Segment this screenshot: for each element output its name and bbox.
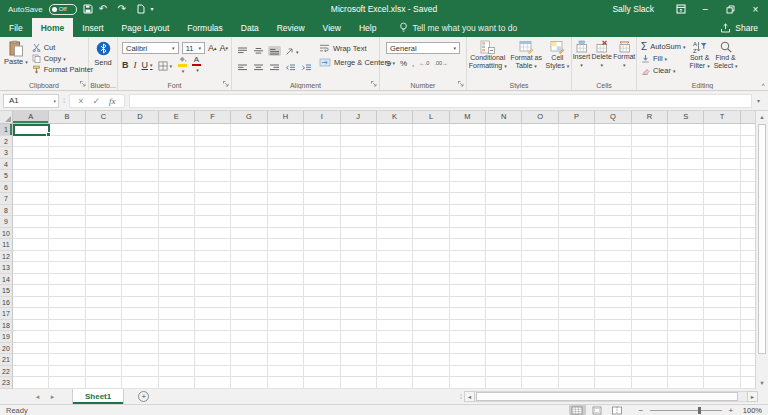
cell-C9[interactable]	[86, 216, 122, 228]
cell-A8[interactable]	[13, 205, 49, 217]
cell-N1[interactable]	[486, 124, 522, 136]
cell-P8[interactable]	[559, 205, 595, 217]
cell-O22[interactable]	[522, 366, 558, 378]
cell-T5[interactable]	[704, 170, 740, 182]
cell-A18[interactable]	[13, 320, 49, 332]
cell-S3[interactable]	[668, 147, 704, 159]
cell-K13[interactable]	[377, 262, 413, 274]
cell-H17[interactable]	[268, 308, 304, 320]
cell-Q22[interactable]	[595, 366, 631, 378]
cell-U22[interactable]	[741, 366, 755, 378]
cell-A10[interactable]	[13, 228, 49, 240]
cell-J17[interactable]	[341, 308, 377, 320]
cell-U19[interactable]	[741, 331, 755, 343]
cell-O14[interactable]	[522, 274, 558, 286]
add-sheet-button[interactable]: +	[138, 391, 149, 402]
cell-P18[interactable]	[559, 320, 595, 332]
cell-U12[interactable]	[741, 251, 755, 263]
cell-K17[interactable]	[377, 308, 413, 320]
cell-N5[interactable]	[486, 170, 522, 182]
cell-S13[interactable]	[668, 262, 704, 274]
cell-D18[interactable]	[122, 320, 158, 332]
cell-M21[interactable]	[450, 354, 486, 366]
cell-R23[interactable]	[632, 377, 668, 389]
cell-J21[interactable]	[341, 354, 377, 366]
cell-H8[interactable]	[268, 205, 304, 217]
cell-J15[interactable]	[341, 285, 377, 297]
cell-P4[interactable]	[559, 159, 595, 171]
cell-B18[interactable]	[49, 320, 85, 332]
cell-A22[interactable]	[13, 366, 49, 378]
cell-C10[interactable]	[86, 228, 122, 240]
cell-K20[interactable]	[377, 343, 413, 355]
column-header-L[interactable]: L	[413, 111, 449, 124]
cell-S18[interactable]	[668, 320, 704, 332]
cell-R13[interactable]	[632, 262, 668, 274]
cell-S12[interactable]	[668, 251, 704, 263]
align-middle-button[interactable]	[252, 46, 265, 56]
row-header-21[interactable]: 21	[0, 354, 13, 366]
tab-help[interactable]: Help	[350, 18, 385, 37]
cell-M19[interactable]	[450, 331, 486, 343]
cell-M12[interactable]	[450, 251, 486, 263]
tab-home[interactable]: Home	[32, 18, 74, 37]
cell-G22[interactable]	[231, 366, 267, 378]
cell-D20[interactable]	[122, 343, 158, 355]
cell-D15[interactable]	[122, 285, 158, 297]
cell-G18[interactable]	[231, 320, 267, 332]
collapse-ribbon-button[interactable]: ˄	[761, 82, 765, 88]
cell-F13[interactable]	[195, 262, 231, 274]
cell-N16[interactable]	[486, 297, 522, 309]
cell-U2[interactable]	[741, 136, 755, 148]
cell-A2[interactable]	[13, 136, 49, 148]
cell-I3[interactable]	[304, 147, 340, 159]
align-top-button[interactable]	[236, 46, 249, 56]
cell-N23[interactable]	[486, 377, 522, 389]
cell-Q6[interactable]	[595, 182, 631, 194]
cell-T10[interactable]	[704, 228, 740, 240]
cell-H15[interactable]	[268, 285, 304, 297]
cell-H11[interactable]	[268, 239, 304, 251]
row-header-13[interactable]: 13	[0, 262, 13, 274]
cell-M13[interactable]	[450, 262, 486, 274]
cell-Q12[interactable]	[595, 251, 631, 263]
insert-function-button[interactable]: fx	[109, 96, 116, 106]
cell-L2[interactable]	[413, 136, 449, 148]
cell-S11[interactable]	[668, 239, 704, 251]
vertical-scroll-thumb[interactable]	[758, 124, 766, 354]
cell-G6[interactable]	[231, 182, 267, 194]
cell-P22[interactable]	[559, 366, 595, 378]
fill-color-button[interactable]	[177, 55, 187, 75]
cell-A3[interactable]	[13, 147, 49, 159]
cell-H9[interactable]	[268, 216, 304, 228]
cell-B12[interactable]	[49, 251, 85, 263]
cell-G13[interactable]	[231, 262, 267, 274]
cell-R2[interactable]	[632, 136, 668, 148]
cell-P17[interactable]	[559, 308, 595, 320]
cell-C15[interactable]	[86, 285, 122, 297]
cell-Q20[interactable]	[595, 343, 631, 355]
cell-N20[interactable]	[486, 343, 522, 355]
cell-K11[interactable]	[377, 239, 413, 251]
align-right-button[interactable]	[268, 63, 281, 73]
cell-U11[interactable]	[741, 239, 755, 251]
borders-button[interactable]	[158, 56, 173, 74]
cell-I11[interactable]	[304, 239, 340, 251]
cell-C13[interactable]	[86, 262, 122, 274]
accounting-format-button[interactable]: $	[386, 59, 395, 68]
zoom-in-button[interactable]: +	[726, 406, 736, 415]
cell-I5[interactable]	[304, 170, 340, 182]
cell-U18[interactable]	[741, 320, 755, 332]
cell-N4[interactable]	[486, 159, 522, 171]
cell-K19[interactable]	[377, 331, 413, 343]
cell-U6[interactable]	[741, 182, 755, 194]
cell-P3[interactable]	[559, 147, 595, 159]
cell-P1[interactable]	[559, 124, 595, 136]
cell-O9[interactable]	[522, 216, 558, 228]
cell-I7[interactable]	[304, 193, 340, 205]
cell-Q13[interactable]	[595, 262, 631, 274]
cell-A4[interactable]	[13, 159, 49, 171]
cell-H6[interactable]	[268, 182, 304, 194]
cell-L4[interactable]	[413, 159, 449, 171]
cell-E14[interactable]	[159, 274, 195, 286]
